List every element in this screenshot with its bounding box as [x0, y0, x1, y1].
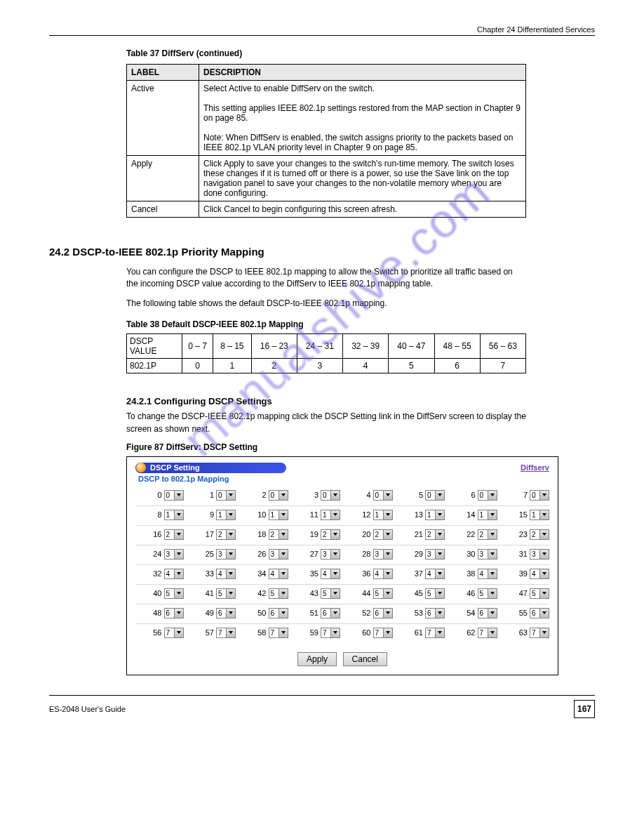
dscp-index-label: 56	[149, 628, 162, 637]
priority-select[interactable]: 5	[321, 588, 340, 599]
priority-select[interactable]: 5	[269, 588, 288, 599]
dscp-index-label: 20	[358, 530, 371, 538]
priority-select[interactable]: 3	[321, 549, 340, 560]
priority-select[interactable]: 0	[321, 490, 340, 501]
priority-select[interactable]: 4	[164, 569, 184, 579]
chevron-down-icon	[488, 510, 497, 519]
priority-select[interactable]: 1	[530, 510, 549, 520]
dscp-index-label: 0	[149, 491, 162, 499]
t38-cell: 1	[213, 359, 252, 373]
priority-select[interactable]: 0	[425, 490, 445, 501]
chevron-down-icon	[279, 589, 288, 598]
dscp-cell: 101	[240, 510, 288, 520]
priority-select[interactable]: 1	[164, 510, 184, 520]
priority-select[interactable]: 5	[164, 588, 184, 599]
priority-select[interactable]: 1	[425, 510, 445, 520]
priority-select[interactable]: 6	[425, 608, 445, 618]
priority-select[interactable]: 4	[373, 569, 393, 579]
dscp-cell: 364	[344, 569, 393, 579]
cancel-button[interactable]: Cancel	[343, 652, 387, 666]
priority-select[interactable]: 2	[269, 529, 288, 540]
priority-select[interactable]: 4	[269, 569, 288, 579]
dscp-cell: 141	[449, 510, 497, 520]
priority-select[interactable]: 7	[164, 628, 184, 638]
priority-select[interactable]: 6	[321, 608, 340, 618]
priority-select[interactable]: 6	[373, 608, 393, 618]
priority-select[interactable]: 3	[530, 549, 549, 560]
priority-select[interactable]: 0	[216, 490, 236, 501]
dscp-cell: 202	[344, 529, 393, 540]
priority-select[interactable]: 4	[216, 569, 236, 579]
priority-select[interactable]: 3	[216, 549, 236, 560]
priority-select[interactable]: 5	[373, 588, 393, 599]
priority-select[interactable]: 5	[530, 588, 549, 599]
priority-select[interactable]: 1	[269, 510, 288, 520]
priority-select[interactable]: 0	[164, 490, 184, 501]
diffserv-link[interactable]: Diffserv	[521, 463, 549, 472]
priority-select[interactable]: 7	[478, 628, 497, 638]
chevron-down-icon	[383, 510, 392, 519]
priority-select[interactable]: 2	[478, 529, 497, 540]
priority-select[interactable]: 4	[425, 569, 445, 579]
priority-select[interactable]: 5	[216, 588, 236, 599]
priority-select[interactable]: 2	[164, 529, 184, 540]
priority-select[interactable]: 2	[530, 529, 549, 540]
t38-row-label: 802.1P	[127, 359, 182, 373]
t38-hdr-label: DSCP VALUE	[127, 334, 182, 359]
dscp-cell: 506	[240, 608, 288, 618]
apply-button[interactable]: Apply	[297, 652, 337, 666]
priority-select[interactable]: 6	[530, 608, 549, 618]
priority-select-value: 2	[426, 531, 435, 538]
priority-select[interactable]: 4	[530, 569, 549, 579]
t37-h0: LABEL	[127, 65, 199, 81]
priority-select[interactable]: 0	[530, 490, 549, 501]
priority-select[interactable]: 0	[269, 490, 288, 501]
priority-select[interactable]: 6	[164, 608, 184, 618]
grid-divider	[135, 525, 549, 526]
priority-select[interactable]: 2	[321, 529, 340, 540]
chevron-down-icon	[435, 609, 444, 618]
priority-select[interactable]: 1	[216, 510, 236, 520]
priority-select[interactable]: 7	[269, 628, 288, 638]
dscp-cell: 354	[293, 569, 341, 579]
priority-select[interactable]: 3	[269, 549, 288, 560]
priority-select[interactable]: 3	[425, 549, 445, 560]
priority-select-value: 4	[530, 570, 539, 578]
priority-select[interactable]: 7	[321, 628, 340, 638]
priority-select[interactable]: 2	[373, 529, 393, 540]
dscp-index-label: 45	[410, 589, 423, 597]
diffserv-label-table: LABEL DESCRIPTION Active Select Active t…	[126, 64, 526, 218]
default-dscp-mapping-table: DSCP VALUE0 – 78 – 1516 – 2324 – 3132 – …	[126, 333, 526, 373]
dscp-cell: 172	[188, 529, 236, 540]
dscp-cell: 415	[188, 588, 236, 599]
priority-select[interactable]: 2	[216, 529, 236, 540]
chevron-down-icon	[383, 628, 392, 637]
dscp-index-label: 10	[254, 510, 267, 519]
chevron-down-icon	[279, 510, 288, 519]
priority-select[interactable]: 1	[321, 510, 340, 520]
priority-select[interactable]: 7	[425, 628, 445, 638]
dscp-cell: 50	[397, 490, 445, 501]
priority-select[interactable]: 7	[216, 628, 236, 638]
priority-select[interactable]: 7	[373, 628, 393, 638]
priority-select[interactable]: 6	[478, 608, 497, 618]
priority-select[interactable]: 4	[478, 569, 497, 579]
priority-select[interactable]: 7	[530, 628, 549, 638]
priority-select[interactable]: 3	[164, 549, 184, 560]
priority-select[interactable]: 3	[373, 549, 393, 560]
chevron-down-icon	[279, 550, 288, 559]
priority-select[interactable]: 3	[478, 549, 497, 560]
priority-select[interactable]: 1	[478, 510, 497, 520]
priority-select[interactable]: 5	[478, 588, 497, 599]
priority-select[interactable]: 6	[269, 608, 288, 618]
priority-select[interactable]: 1	[373, 510, 393, 520]
priority-select[interactable]: 2	[425, 529, 445, 540]
dscp-cell: 405	[135, 588, 184, 599]
priority-select[interactable]: 0	[373, 490, 393, 501]
priority-select[interactable]: 4	[321, 569, 340, 579]
priority-select[interactable]: 0	[478, 490, 497, 501]
dscp-cell: 567	[135, 628, 184, 638]
priority-select[interactable]: 6	[216, 608, 236, 618]
priority-select[interactable]: 5	[425, 588, 445, 599]
dscp-cell: 344	[240, 569, 288, 579]
